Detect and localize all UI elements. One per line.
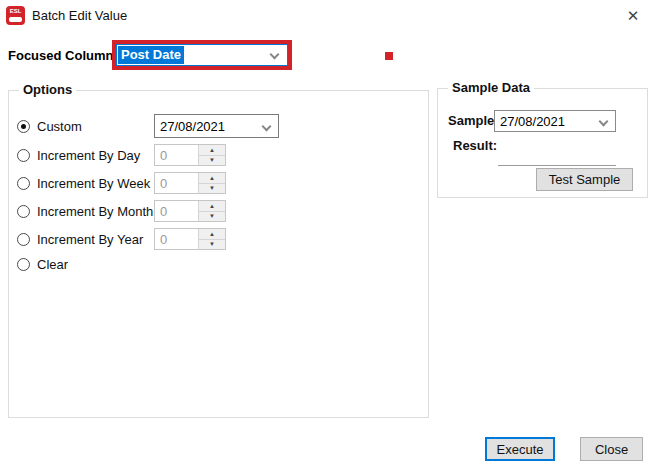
window-title: Batch Edit Value: [32, 8, 127, 23]
spin-up-icon[interactable]: ▲: [199, 145, 225, 156]
options-group-label: Options: [19, 82, 76, 97]
chevron-down-icon[interactable]: [270, 50, 280, 60]
close-button[interactable]: Close: [580, 437, 643, 461]
sample-label: Sample:: [448, 113, 499, 128]
test-sample-button[interactable]: Test Sample: [536, 168, 633, 191]
radio-clear[interactable]: Clear: [17, 255, 68, 273]
radio-increment-by-year[interactable]: Increment By Year: [17, 230, 143, 248]
sample-data-group: Sample Data Sample: 27/08/2021 Result: T…: [437, 88, 648, 198]
titlebar: ESL Batch Edit Value ✕: [0, 0, 652, 30]
radio-icon[interactable]: [17, 258, 30, 271]
result-field: [498, 152, 616, 166]
increment-week-spinner[interactable]: 0 ▲ ▼: [154, 172, 226, 194]
sample-data-group-label: Sample Data: [448, 80, 534, 95]
radio-icon[interactable]: [17, 205, 30, 218]
radio-increment-by-day[interactable]: Increment By Day: [17, 146, 140, 164]
spin-down-icon[interactable]: ▼: [199, 184, 225, 194]
execute-button[interactable]: Execute: [485, 437, 555, 461]
focused-column-highlight-box: Post Date: [112, 40, 292, 70]
radio-custom[interactable]: Custom: [17, 117, 82, 135]
spin-up-icon[interactable]: ▲: [199, 229, 225, 240]
radio-icon[interactable]: [17, 177, 30, 190]
spin-down-icon[interactable]: ▼: [199, 240, 225, 250]
increment-day-spinner[interactable]: 0 ▲ ▼: [154, 144, 226, 166]
radio-icon[interactable]: [17, 233, 30, 246]
chevron-down-icon[interactable]: [599, 117, 609, 127]
sample-value: 27/08/2021: [500, 114, 565, 129]
spin-up-icon[interactable]: ▲: [199, 201, 225, 212]
options-group: Options Custom Increment By Day Incremen…: [8, 90, 429, 418]
focused-column-label: Focused Column :: [8, 48, 121, 63]
red-annotation-square: [385, 52, 393, 60]
spin-up-icon[interactable]: ▲: [199, 173, 225, 184]
result-label: Result:: [453, 138, 497, 153]
spin-down-icon[interactable]: ▼: [199, 156, 225, 166]
sample-dropdown[interactable]: 27/08/2021: [494, 110, 616, 132]
radio-increment-by-month[interactable]: Increment By Month: [17, 202, 153, 220]
radio-icon[interactable]: [17, 120, 30, 133]
app-icon: ESL: [6, 6, 25, 25]
chevron-down-icon[interactable]: [262, 122, 272, 132]
close-icon[interactable]: ✕: [623, 6, 643, 26]
increment-month-spinner[interactable]: 0 ▲ ▼: [154, 200, 226, 222]
custom-date-value: 27/08/2021: [160, 119, 225, 134]
spin-down-icon[interactable]: ▼: [199, 212, 225, 222]
increment-year-spinner[interactable]: 0 ▲ ▼: [154, 228, 226, 250]
custom-date-dropdown[interactable]: 27/08/2021: [154, 114, 279, 138]
focused-column-dropdown[interactable]: Post Date: [116, 44, 288, 66]
radio-increment-by-week[interactable]: Increment By Week: [17, 174, 150, 192]
radio-icon[interactable]: [17, 149, 30, 162]
focused-column-selected-value: Post Date: [118, 46, 184, 64]
